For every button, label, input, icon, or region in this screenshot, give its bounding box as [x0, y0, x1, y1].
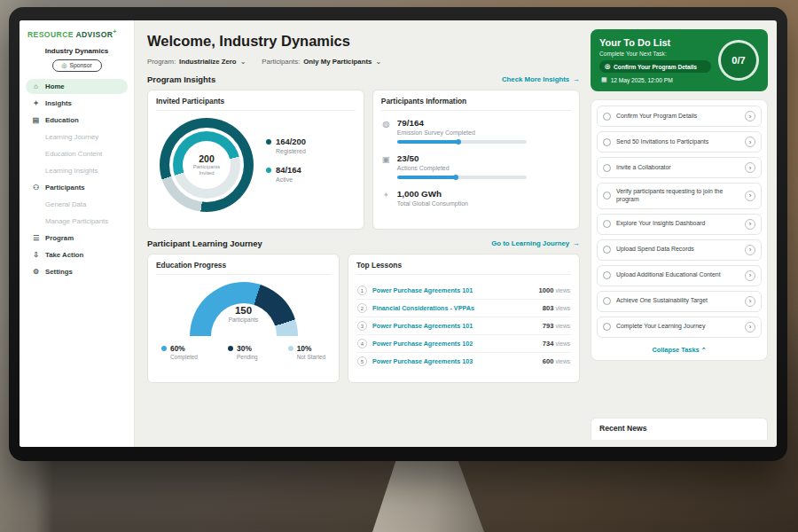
- lesson-link[interactable]: Power Purchase Agreements 103: [372, 357, 537, 365]
- check-more-insights-link[interactable]: Check More Insights →: [502, 75, 580, 83]
- chevron-right-icon[interactable]: ›: [745, 296, 755, 307]
- legend-not-started: 10% Not Started: [288, 344, 325, 360]
- sidebar-item-manage-participants[interactable]: Manage Participants: [26, 214, 128, 229]
- lesson-number: 5: [357, 356, 367, 366]
- sidebar-item-label: Settings: [45, 268, 73, 276]
- legend-label: Registered: [276, 148, 306, 154]
- task-row[interactable]: Upload Spend Data Records ›: [597, 239, 762, 261]
- card-title: Top Lessons: [356, 261, 571, 275]
- task-checkbox[interactable]: [603, 246, 611, 254]
- card-title: Education Progress: [156, 261, 331, 275]
- sidebar-item-label: Manage Participants: [45, 217, 108, 225]
- go-to-learning-journey-link[interactable]: Go to Learning Journey →: [491, 239, 580, 247]
- participants-information-card: Participants Information ◍ 79/164 Emissi…: [372, 90, 580, 230]
- sponsor-icon: ◎: [61, 62, 66, 69]
- lesson-row: 3 Power Purchase Agreements 101 793views: [356, 317, 571, 335]
- chevron-right-icon[interactable]: ›: [745, 219, 755, 230]
- logo-plus: +: [113, 28, 117, 35]
- next-task-pill[interactable]: ◎ Confirm Your Program Details: [599, 60, 711, 73]
- actions-completed-row: ▣ 23/50 Actions Completed: [381, 153, 571, 179]
- task-checkbox[interactable]: [603, 192, 611, 200]
- todo-summary-text: Your To Do List Complete Your Next Task:…: [599, 37, 711, 83]
- collapse-label: Collapse Tasks: [652, 346, 699, 354]
- completed-dot-icon: [161, 346, 167, 351]
- sidebar-item-education[interactable]: ▤ Education: [26, 113, 128, 128]
- program-icon: ☰: [32, 234, 40, 242]
- program-filter-label: Program:: [147, 58, 176, 66]
- task-checkbox[interactable]: [603, 323, 611, 331]
- gauge-center: 150 Participants: [190, 305, 298, 324]
- task-row[interactable]: Confirm Your Program Details ›: [597, 106, 762, 127]
- legend-value: 84/164: [276, 165, 301, 175]
- todo-title: Your To Do List: [599, 37, 711, 48]
- sidebar-item-settings[interactable]: ⚙ Settings: [26, 264, 128, 279]
- recent-news-header[interactable]: Recent News: [591, 418, 768, 440]
- sidebar-item-general-data[interactable]: General Data: [26, 197, 128, 212]
- participants-filter-label: Participants:: [262, 58, 300, 66]
- sidebar-item-insights[interactable]: ✦ Insights: [26, 96, 128, 111]
- active-dot-icon: [266, 168, 271, 173]
- chevron-right-icon[interactable]: ›: [745, 322, 755, 332]
- progress-fill: [397, 176, 457, 179]
- chevron-right-icon[interactable]: ›: [745, 111, 755, 121]
- chevron-right-icon[interactable]: ›: [745, 162, 755, 173]
- task-checkbox[interactable]: [603, 164, 611, 172]
- pending-dot-icon: [228, 346, 233, 351]
- task-label: Upload Additional Educational Content: [616, 271, 739, 279]
- todo-progress-value: 0/7: [732, 55, 745, 66]
- task-row[interactable]: Complete Your Learning Journey ›: [597, 317, 762, 338]
- lesson-link[interactable]: Financial Considerations - VPPAs: [372, 304, 537, 312]
- task-checkbox[interactable]: [603, 138, 611, 146]
- chevron-right-icon[interactable]: ›: [745, 245, 755, 255]
- task-label: Complete Your Learning Journey: [616, 323, 739, 331]
- sidebar-item-label: Education Content: [45, 150, 102, 158]
- sidebar-item-education-content[interactable]: Education Content: [26, 146, 128, 161]
- task-row[interactable]: Explore Your Insights Dashboard ›: [597, 214, 762, 235]
- chevron-right-icon[interactable]: ›: [745, 191, 755, 201]
- lesson-link[interactable]: Power Purchase Agreements 101: [372, 286, 534, 294]
- task-checkbox[interactable]: [603, 297, 611, 305]
- collapse-tasks-button[interactable]: Collapse Tasks ⌃: [597, 342, 762, 356]
- legend-label: Completed: [170, 354, 198, 360]
- sidebar-item-home[interactable]: ⌂ Home: [26, 79, 128, 94]
- sidebar-item-learning-journey[interactable]: Learning Journey: [26, 129, 128, 145]
- lesson-number: 4: [357, 339, 367, 348]
- right-panel: Your To Do List Complete Your Next Task:…: [589, 20, 777, 447]
- emission-survey-row: ◍ 79/164 Emission Survey Completed: [381, 118, 571, 144]
- task-row[interactable]: Invite a Collaborator ›: [597, 157, 762, 178]
- chevron-right-icon[interactable]: ›: [745, 137, 755, 147]
- sponsor-badge: ◎ Sponsor: [52, 59, 102, 72]
- task-row[interactable]: Send 50 Invitations to Participants ›: [597, 131, 762, 153]
- sidebar-item-take-action[interactable]: ⇩ Take Action: [26, 247, 128, 262]
- legend-pending: 30% Pending: [228, 344, 257, 360]
- program-filter[interactable]: Program: Industrialize Zero ⌄: [147, 58, 246, 66]
- registered-dot-icon: [266, 139, 271, 145]
- participants-filter[interactable]: Participants: Only My Participants ⌄: [262, 58, 381, 66]
- task-checkbox[interactable]: [603, 220, 611, 228]
- home-icon: ⌂: [32, 82, 40, 90]
- education-gauge-chart: 150 Participants: [190, 282, 298, 337]
- lesson-link[interactable]: Power Purchase Agreements 101: [372, 322, 537, 330]
- task-checkbox[interactable]: [603, 113, 611, 121]
- sponsor-label: Sponsor: [69, 62, 91, 68]
- task-checkbox[interactable]: [603, 271, 611, 279]
- participants-filter-value: Only My Participants: [303, 58, 372, 66]
- task-label: Invite a Collaborator: [616, 164, 739, 172]
- sidebar-item-label: Take Action: [45, 251, 83, 259]
- lesson-views: 600views: [543, 357, 570, 365]
- task-row[interactable]: Achieve One Sustainability Target ›: [597, 291, 762, 312]
- chevron-right-icon[interactable]: ›: [745, 270, 755, 281]
- education-icon: ▤: [32, 116, 40, 124]
- task-row[interactable]: Upload Additional Educational Content ›: [597, 265, 762, 286]
- lesson-link[interactable]: Power Purchase Agreements 102: [372, 340, 537, 348]
- task-row[interactable]: Verify participants requesting to join t…: [597, 183, 762, 209]
- sidebar-item-learning-insights[interactable]: Learning Insights: [26, 163, 128, 178]
- sidebar-item-label: Learning Journey: [45, 133, 98, 141]
- legend-completed: 60% Completed: [161, 344, 198, 360]
- sidebar-item-participants[interactable]: ⚇ Participants: [26, 180, 128, 195]
- sidebar-item-program[interactable]: ☰ Program: [26, 231, 128, 246]
- card-title: Invited Participants: [156, 97, 356, 111]
- card-title: Participants Information: [381, 97, 571, 111]
- next-task-label: Confirm Your Program Details: [614, 64, 697, 70]
- education-legend: 60% Completed 30% Pending 10% Not Starte…: [156, 339, 331, 360]
